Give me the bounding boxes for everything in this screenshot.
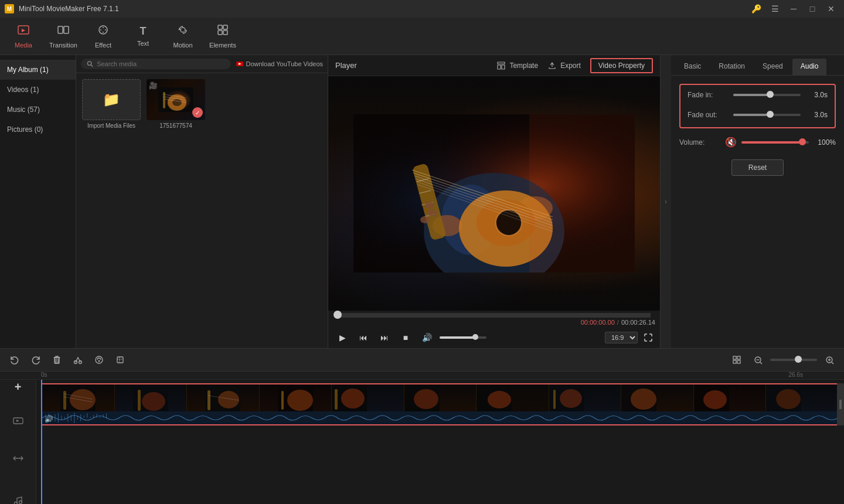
timeline-end-handle[interactable] (837, 383, 844, 425)
add-track-btn[interactable]: + (10, 379, 26, 395)
stop-btn[interactable]: ■ (397, 329, 414, 346)
toolbar-elements[interactable]: Elements (204, 20, 241, 53)
svg-point-97 (703, 390, 727, 409)
fade-in-thumb (767, 91, 774, 98)
video-frame (332, 384, 404, 415)
toolbar-media[interactable]: Media (5, 20, 42, 53)
player-panel: Player Template Export Video Property (328, 55, 661, 348)
zoom-slider[interactable] (770, 359, 817, 361)
tab-basic[interactable]: Basic (676, 59, 709, 75)
search-input-wrap[interactable] (81, 59, 231, 69)
effect-icon (97, 23, 110, 39)
delete-btn[interactable] (48, 352, 66, 368)
toolbar-motion-label: Motion (173, 42, 192, 49)
waveform-svg (42, 411, 838, 424)
fade-out-slider[interactable] (733, 114, 801, 116)
search-input[interactable] (97, 60, 224, 67)
svg-rect-76 (138, 390, 141, 411)
volume-slider[interactable] (440, 336, 486, 339)
titlebar-menu-btn[interactable]: ☰ (767, 1, 783, 17)
fade-out-row: Fade out: 3.0s (688, 111, 828, 119)
titlebar-key-btn[interactable]: 🔑 (748, 1, 764, 17)
main-content: My Album (1) Videos (1) Music (57) Pictu… (0, 55, 844, 348)
delete-icon (52, 355, 62, 365)
minimize-btn[interactable]: ─ (785, 1, 802, 17)
import-media-thumb[interactable]: 📁 (82, 79, 141, 120)
fullscreen-btn[interactable] (642, 332, 654, 343)
player-video (328, 76, 660, 311)
player-timeline-dot[interactable] (333, 311, 342, 319)
toolbar-effect-label: Effect (95, 42, 111, 49)
fade-in-fill (733, 94, 770, 96)
sidebar-item-music[interactable]: Music (57) (0, 100, 76, 120)
audio-detach-btn[interactable] (90, 352, 108, 368)
svg-point-17 (172, 99, 182, 106)
undo-btn[interactable] (6, 352, 23, 368)
playback-controls: ▶ ⏮ ⏭ ■ 🔊 (334, 329, 486, 346)
volume-thumb (472, 334, 478, 340)
svg-rect-57 (733, 360, 736, 363)
play-btn[interactable]: ▶ (334, 329, 350, 346)
zoom-thumb (795, 356, 802, 363)
fade-out-thumb (767, 111, 774, 118)
timeline-toolbar (0, 348, 844, 372)
svg-point-99 (776, 389, 801, 409)
video-track-label[interactable] (10, 413, 26, 429)
app-title: MiniTool MovieMaker Free 7.1.1 (19, 5, 119, 13)
zoom-out-icon (753, 355, 763, 365)
titlebar-left: M MiniTool MovieMaker Free 7.1.1 (5, 4, 119, 13)
aspect-ratio-select[interactable]: 16:9 4:3 1:1 (605, 332, 638, 343)
player-timeline-track[interactable] (338, 313, 651, 318)
audio-swap-btn[interactable] (10, 449, 26, 466)
video-track[interactable]: 🔊 (41, 383, 839, 425)
volume-label: Volume: (679, 138, 720, 147)
toolbar-motion[interactable]: Motion (164, 20, 202, 53)
video-frame (404, 384, 477, 415)
template-btn[interactable]: Template (496, 61, 538, 70)
svg-point-4 (181, 28, 185, 32)
cut-btn[interactable] (69, 352, 87, 368)
fade-out-fill (733, 114, 770, 116)
tab-rotation[interactable]: Rotation (710, 59, 753, 75)
volume-slider-track[interactable] (741, 141, 809, 144)
toolbar-text[interactable]: T Text (124, 20, 162, 53)
sidebar-item-videos[interactable]: Videos (1) (0, 80, 76, 100)
crop-icon (115, 355, 125, 365)
video-property-btn[interactable]: Video Property (590, 58, 653, 73)
video-frame (477, 384, 549, 415)
fade-in-label: Fade in: (688, 91, 729, 99)
video-media-item[interactable]: 🎥 (147, 79, 205, 129)
tab-audio[interactable]: Audio (792, 59, 827, 75)
volume-btn[interactable]: 🔊 (418, 329, 435, 346)
end-handle-icon (839, 399, 842, 410)
sidebar-item-my-album[interactable]: My Album (1) (0, 60, 76, 80)
toolbar-effect[interactable]: Effect (84, 20, 122, 53)
video-thumb[interactable]: 🎥 (147, 79, 205, 120)
maximize-btn[interactable]: □ (804, 1, 821, 17)
undo-icon (9, 355, 20, 365)
next-frame-btn[interactable]: ⏭ (376, 329, 393, 346)
redo-btn[interactable] (27, 352, 45, 368)
export-icon (547, 61, 557, 70)
panel-collapse-btn[interactable]: › (661, 55, 671, 348)
download-youtube-btn[interactable]: Download YouTube Videos (236, 60, 324, 68)
fade-in-slider[interactable] (733, 94, 801, 96)
reset-btn[interactable]: Reset (731, 159, 784, 176)
svg-point-50 (96, 356, 103, 363)
zoom-to-fit-btn[interactable] (728, 352, 746, 368)
music-track-label[interactable] (10, 492, 26, 504)
crop-btn[interactable] (111, 352, 129, 368)
import-media-item[interactable]: 📁 Import Media Files (82, 79, 141, 129)
ruler-mark-end: 26.6s (789, 372, 803, 378)
toolbar-transition[interactable]: Transition (45, 20, 82, 53)
sidebar-item-pictures[interactable]: Pictures (0) (0, 120, 76, 139)
tab-speed[interactable]: Speed (754, 59, 791, 75)
fade-box: Fade in: 3.0s Fade out: 3.0s (679, 84, 836, 128)
close-btn[interactable]: ✕ (823, 1, 839, 17)
zoom-in-btn[interactable] (821, 352, 838, 368)
prev-frame-btn[interactable]: ⏮ (355, 329, 372, 346)
svg-point-51 (98, 360, 100, 362)
zoom-out-btn[interactable] (749, 352, 767, 368)
svg-rect-83 (281, 391, 284, 410)
export-btn[interactable]: Export (547, 61, 581, 70)
